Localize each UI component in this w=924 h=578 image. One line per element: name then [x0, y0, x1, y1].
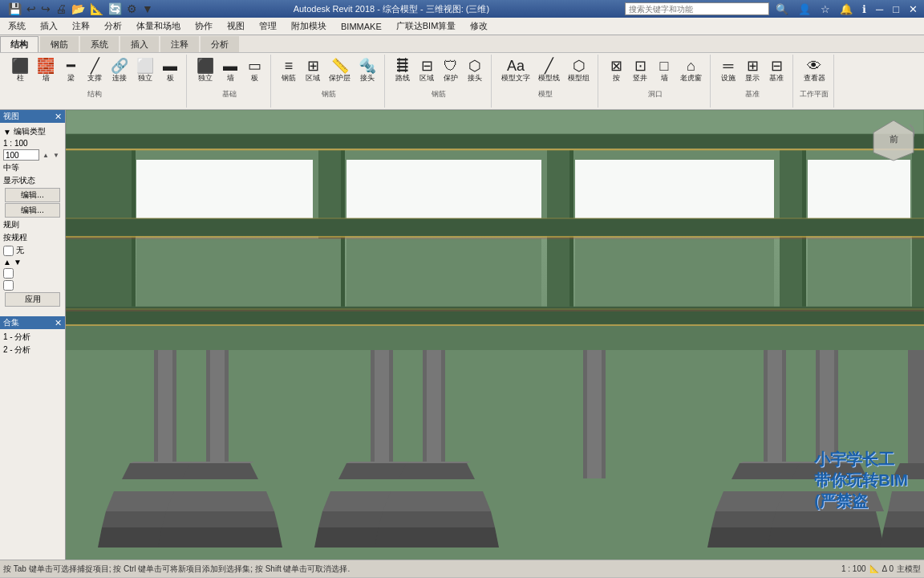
save-icon[interactable]: 💾 — [6, 2, 23, 15]
coupler-button[interactable]: 🔩接头 — [355, 56, 379, 86]
measure-icon[interactable]: 📐 — [88, 2, 105, 15]
none-checkbox[interactable] — [3, 246, 14, 256]
checkbox-2[interactable] — [3, 280, 14, 291]
tab-insert[interactable]: 插入 — [120, 36, 159, 52]
close-button[interactable]: ✕ — [906, 3, 921, 15]
panel-workplane: 👁查看器 工作平面 — [795, 55, 834, 108]
zone-button[interactable]: ⊟区域 — [415, 56, 438, 86]
sync-icon[interactable]: 🔄 — [107, 2, 124, 15]
status-bar: 按 Tab 键单击可选择捕捉项目; 按 Ctrl 键单击可将新项目添加到选择集;… — [0, 560, 924, 577]
expand-icon-2[interactable]: ▲ — [3, 258, 11, 267]
svg-marker-56 — [375, 527, 499, 547]
protect-button[interactable]: 🛡保护 — [440, 56, 462, 86]
route-button[interactable]: 🛤路线 — [391, 56, 414, 86]
beam-button[interactable]: ━梁 — [59, 56, 82, 86]
menu-annotate[interactable]: 注释 — [66, 18, 96, 34]
svg-marker-39 — [190, 462, 254, 463]
ribbon-tab-bar[interactable]: 结构 钢筋 系统 插入 注释 分析 — [0, 35, 924, 53]
undo-icon[interactable]: ↩ — [25, 2, 38, 15]
slab-button[interactable]: ▬板 — [159, 56, 181, 86]
shaft-button[interactable]: ⊡竖井 — [629, 56, 651, 86]
svg-rect-22 — [346, 238, 541, 307]
tab-analyze[interactable]: 分析 — [201, 36, 239, 52]
tab-system[interactable]: 系统 — [80, 36, 119, 52]
svg-rect-44 — [375, 350, 389, 478]
properties-header: 视图 ✕ — [0, 110, 65, 123]
detail-level-label: 中等 — [3, 162, 19, 173]
viewer-button[interactable]: 👁查看器 — [800, 56, 829, 86]
edit-btn-1[interactable]: 编辑... — [5, 188, 60, 202]
checkbox-1[interactable] — [3, 268, 14, 279]
wall-button[interactable]: 🧱墙 — [34, 56, 58, 86]
settings-icon[interactable]: ⚙ — [125, 2, 139, 15]
menu-manage[interactable]: 管理 — [253, 18, 283, 34]
menu-addins[interactable]: 附加模块 — [285, 18, 333, 34]
wall-found-button[interactable]: ▬墙 — [219, 56, 241, 86]
quick-access-toolbar[interactable]: 💾 ↩ ↪ 🖨 📂 📐 🔄 ⚙ ▼ — [3, 2, 158, 15]
title-controls[interactable]: 🔍 👤 ☆ 🔔 ℹ ─ □ ✕ — [625, 2, 921, 15]
nav-cube[interactable]: 前 — [869, 116, 918, 165]
apply-btn[interactable]: 应用 — [5, 292, 60, 307]
brace-button[interactable]: ╱支撑 — [83, 56, 106, 86]
model-text-button[interactable]: Aa模型文字 — [498, 56, 533, 86]
menu-insert[interactable]: 插入 — [34, 18, 64, 34]
redo-icon[interactable]: ↪ — [39, 2, 52, 15]
info-icon[interactable]: ℹ — [859, 3, 869, 15]
bell-icon[interactable]: 🔔 — [837, 3, 856, 15]
slab-found-button[interactable]: ▭板 — [243, 56, 265, 86]
tab-steel[interactable]: 钢筋 — [40, 36, 79, 52]
print-icon[interactable]: 🖨 — [54, 2, 68, 15]
area-rebar-button[interactable]: ⊞区域 — [302, 56, 324, 86]
rebar-button[interactable]: ≡钢筋 — [278, 56, 300, 86]
menu-massing[interactable]: 体量和场地 — [130, 18, 187, 34]
ref-plane-button[interactable]: ⊟基准 — [765, 56, 788, 86]
edit-btn-2[interactable]: 编辑... — [5, 203, 60, 218]
expand-icon-3[interactable]: ▼ — [14, 258, 22, 267]
slot-button[interactable]: ⬡接头 — [464, 56, 486, 86]
by-face-button[interactable]: ⊠按 — [605, 56, 627, 86]
ribbon-panels: ⬛柱 🧱墙 ━梁 ╱支撑 🔗连接 ⬜独立 ▬板 结构 ⬛独立 ▬墙 ▭板 基础 … — [0, 53, 924, 109]
cover-button[interactable]: 📏保护层 — [326, 56, 354, 86]
menu-analyze[interactable]: 分析 — [98, 18, 128, 34]
model-line-button[interactable]: ╱模型线 — [535, 56, 563, 86]
svg-rect-14 — [136, 160, 313, 218]
collection-close[interactable]: ✕ — [55, 318, 62, 328]
wall-open-button[interactable]: □墙 — [653, 56, 675, 86]
tab-annotate[interactable]: 注释 — [160, 36, 199, 52]
menu-view[interactable]: 视图 — [221, 18, 251, 34]
search-icon[interactable]: 🔍 — [772, 3, 792, 15]
connection-button[interactable]: 🔗连接 — [107, 56, 132, 86]
dormer-button[interactable]: ⌂老虎窗 — [677, 56, 705, 86]
dropdown-icon[interactable]: ▼ — [140, 2, 155, 15]
isolated-button[interactable]: ⬜独立 — [133, 56, 157, 86]
tab-structure[interactable]: 结构 — [0, 36, 38, 52]
search-input[interactable] — [625, 2, 769, 15]
level-button[interactable]: ═设施 — [717, 56, 740, 86]
collection-header: 合集 ✕ — [0, 316, 65, 329]
menu-bimmake[interactable]: BIMMAKE — [334, 20, 388, 33]
star-icon[interactable]: ☆ — [817, 3, 833, 15]
display-state-label: 显示状态 — [3, 175, 35, 186]
open-icon[interactable]: 📂 — [70, 2, 87, 15]
menu-system[interactable]: 系统 — [2, 18, 32, 34]
viewport[interactable]: 前 小宇学长工 带你玩转BIM (严禁盗 — [66, 110, 924, 560]
svg-rect-19 — [66, 236, 924, 238]
isolated-found-button[interactable]: ⬛独立 — [193, 56, 217, 86]
column-button[interactable]: ⬛柱 — [8, 56, 32, 86]
edit-type-label: 编辑类型 — [14, 126, 46, 137]
grid-button[interactable]: ⊞显示 — [741, 56, 764, 86]
minimize-button[interactable]: ─ — [873, 3, 886, 15]
model-group-button[interactable]: ⬡模型组 — [565, 56, 593, 86]
scale-input[interactable] — [3, 149, 39, 161]
menu-modify[interactable]: 修改 — [464, 18, 494, 34]
scale-display: 1 : 100 — [841, 564, 866, 573]
properties-close[interactable]: ✕ — [55, 112, 62, 122]
user-icon[interactable]: 👤 — [795, 3, 814, 15]
maximize-button[interactable]: □ — [890, 3, 902, 15]
expand-icon[interactable]: ▼ — [3, 128, 11, 136]
scale-down-arrow[interactable]: ▼ — [52, 152, 60, 159]
scale-up-arrow[interactable]: ▲ — [42, 152, 50, 159]
menu-collaborate[interactable]: 协作 — [188, 18, 219, 34]
svg-rect-30 — [158, 350, 172, 478]
menu-glodon[interactable]: 广联达BIM算量 — [390, 18, 463, 34]
